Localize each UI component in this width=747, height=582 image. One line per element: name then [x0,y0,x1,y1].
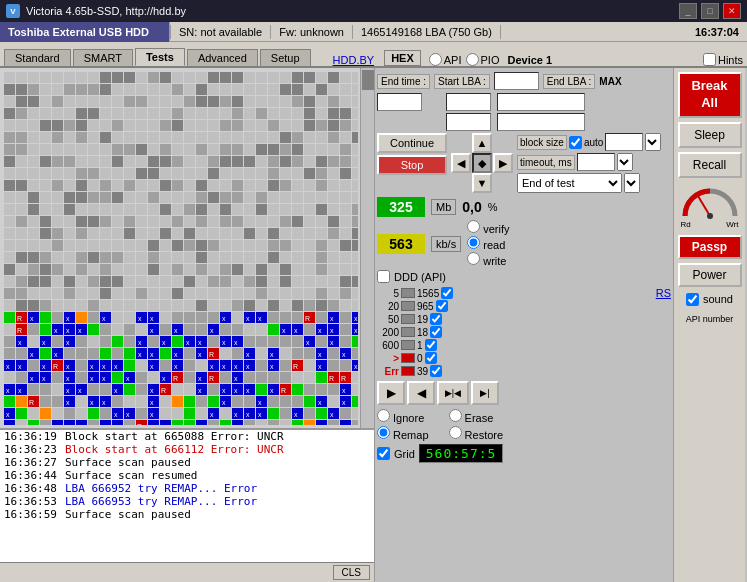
ignore-radio[interactable] [377,409,390,422]
play-button[interactable]: ▶ [377,381,405,405]
end-test-arrow[interactable] [624,173,640,193]
end-time-input[interactable]: 1:01 [377,93,422,111]
lba-current2-input[interactable]: 667210 [497,113,585,131]
power-button[interactable]: Power [678,263,742,287]
ddd-api-checkbox[interactable] [377,270,390,283]
write-radio[interactable] [467,252,480,265]
recall-button[interactable]: Recall [678,152,742,178]
timeout-input[interactable]: 1000 [577,153,615,171]
back-button[interactable]: ◀ [407,381,435,405]
grid-checkbox[interactable] [377,447,390,460]
tab-smart[interactable]: SMART [73,49,133,66]
timeout-dropdown[interactable] [617,153,633,171]
start-lba-value-input[interactable] [446,93,491,111]
time-lba-row: End time : Start LBA : 0 End LBA : MAX [377,72,671,90]
log-entry: 16:36:59Surface scan paused [0,508,374,521]
hex-button[interactable]: HEX [384,50,421,66]
kbs-unit: kb/s [431,236,461,252]
legend-row-1: 20 965 [377,300,652,312]
mode-radios: verify read write [467,220,509,267]
nav-diamond: ▲ ◀ ◆ ▶ ▼ [451,133,513,193]
hdd-link[interactable]: HDD.BY [333,54,375,66]
legend-num-5: > [377,353,399,364]
sleep-button[interactable]: Sleep [678,122,742,148]
tab-advanced[interactable]: Advanced [187,49,258,66]
break-all-button[interactable]: BreakAll [678,72,742,118]
block-size-row: block size auto 256 [517,133,661,151]
nav-right-btn[interactable]: ▶ [493,153,513,173]
legend-check-5[interactable] [425,352,437,364]
end-test-select[interactable]: End of test [517,173,622,193]
device-info: Device 1 [507,54,552,66]
params-col: block size auto 256 timeout, ms 1000 [517,133,661,193]
legend-bar-3 [401,327,415,337]
maximize-button[interactable]: □ [701,3,719,19]
legend-bar-err [401,366,415,376]
block-size-input[interactable]: 256 [605,133,643,151]
log-text: Block start at 666112 Error: UNCR [65,443,284,456]
surface-map-canvas [2,70,358,425]
end-test-row: End of test [517,173,661,193]
passp-button[interactable]: Passp [678,235,742,259]
pio-radio[interactable] [466,53,479,66]
legend-val-5: 0 [417,353,423,364]
verify-radio[interactable] [467,220,480,233]
action-row: Continue Stop ▲ ◀ ◆ ▶ ▼ block size [377,133,671,193]
hints-checkbox[interactable] [703,53,716,66]
legend-num-4: 600 [377,340,399,351]
nav-down-btn[interactable]: ▼ [472,173,492,193]
rs-col: RS [656,287,671,378]
stop-button[interactable]: Stop [377,155,447,175]
start-lba-input[interactable]: 0 [494,72,539,90]
read-radio[interactable] [467,236,480,249]
nav-left-btn[interactable]: ◀ [451,153,471,173]
legend-check-2[interactable] [430,313,442,325]
tab-setup[interactable]: Setup [260,49,311,66]
log-text: Block start at 665088 Error: UNCR [65,430,284,443]
skip-end-button[interactable]: ▶| [471,381,499,405]
tab-standard[interactable]: Standard [4,49,71,66]
rs-button[interactable]: RS [656,287,671,299]
minimize-button[interactable]: _ [679,3,697,19]
nav-up-btn[interactable]: ▲ [472,133,492,153]
legend-row-err: Err 39 [377,365,652,377]
end-lba-input[interactable]: 1465149167 [497,93,585,111]
start-lba-label: Start LBA : [434,74,490,89]
legend-check-3[interactable] [430,326,442,338]
skip-fwd-button[interactable]: ▶|◀ [437,381,469,405]
device-name: Toshiba External USB HDD [0,22,170,42]
legend-check-err[interactable] [430,365,442,377]
tab-tests[interactable]: Tests [135,48,185,66]
api-pio-selector: API PIO [429,53,500,66]
log-text: LBA 666952 try REMAP... Error [65,482,257,495]
legend-check-1[interactable] [436,300,448,312]
api-radio[interactable] [429,53,442,66]
erase-radio[interactable] [449,409,462,422]
restore-radio[interactable] [449,426,462,439]
timeout-row: timeout, ms 1000 [517,153,661,171]
log-time: 16:36:19 [4,430,57,443]
cls-button[interactable]: CLS [333,565,370,580]
legend-rs-area: 5 1565 20 965 50 [377,287,671,378]
lba-input2[interactable] [446,113,491,131]
title-bar: V Victoria 4.65b-SSD, http://hdd.by _ □ … [0,0,747,22]
log-text: LBA 666953 try REMAP... Error [65,495,257,508]
close-button[interactable]: ✕ [723,3,741,19]
sound-checkbox[interactable] [686,293,699,306]
gauge-wrt-label: Wrt [726,220,738,229]
legend-check-0[interactable] [441,287,453,299]
block-size-dropdown[interactable] [645,133,661,151]
log-time: 16:36:59 [4,508,57,521]
scroll-thumb[interactable] [362,70,374,90]
scroll-bar[interactable] [360,68,374,428]
continue-button[interactable]: Continue [377,133,447,153]
lba-info: 1465149168 LBA (750 Gb) [353,25,501,39]
legend-row-5: > 0 [377,352,652,364]
auto-checkbox[interactable] [569,136,582,149]
ignore-erase-col: Ignore Remap [377,409,429,441]
legend-val-0: 1565 [417,288,439,299]
legend-bar-4 [401,340,415,350]
legend-check-4[interactable] [425,339,437,351]
remap-radio[interactable] [377,426,390,439]
legend-row-4: 600 1 [377,339,652,351]
